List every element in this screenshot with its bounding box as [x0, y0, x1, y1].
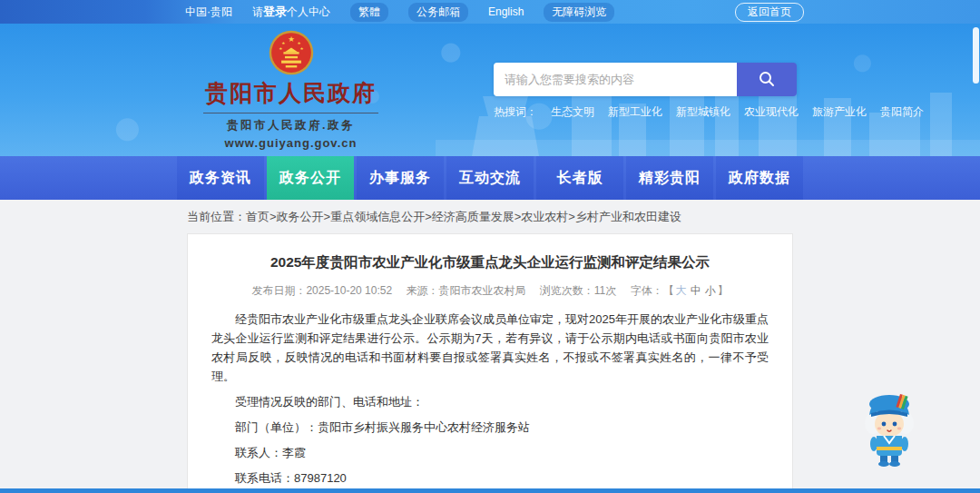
svg-text:★: ★ — [299, 46, 303, 51]
hot-search-link[interactable]: 贵阳简介 — [880, 104, 924, 120]
article-paragraph: 联系人：李霞 — [211, 443, 769, 462]
login-suffix: 个人中心 — [287, 5, 330, 18]
main-content-area: 当前位置：首页>政务公开>重点领域信息公开>经济高质量发展>农业农村>乡村产业和… — [0, 200, 980, 493]
login-bold: 登录 — [263, 5, 287, 18]
hot-search-link[interactable]: 新型工业化 — [608, 104, 662, 120]
search-input[interactable] — [494, 63, 737, 96]
article-paragraph: 受理情况反映的部门、电话和地址： — [211, 392, 769, 411]
site-subtitle: 贵阳市人民政府.政务 — [227, 118, 355, 133]
article-body: 经贵阳市农业产业化市级重点龙头企业联席会议成员单位审定，现对2025年开展的农业… — [211, 310, 769, 493]
nav-item[interactable]: 政务公开 — [267, 156, 354, 200]
scrollbar-thumb[interactable] — [973, 27, 979, 84]
nav-item[interactable]: 办事服务 — [357, 156, 444, 200]
breadcrumb-path[interactable]: 首页>政务公开>重点领域信息公开>经济高质量发展>农业农村>乡村产业和农田建设 — [246, 210, 681, 223]
nav-item[interactable]: 长者版 — [536, 156, 623, 200]
nav-item[interactable]: 精彩贵阳 — [626, 156, 713, 200]
topbar-link-gov-mail[interactable]: 公务邮箱 — [408, 3, 468, 22]
national-emblem-icon: ★ ★ ★ ★ ★ — [269, 30, 314, 75]
topbar: 中国·贵阳 请登录个人中心 繁體 公务邮箱 English 无障碍浏览 返回首页 — [0, 0, 980, 24]
svg-text:★: ★ — [288, 35, 295, 44]
nav-item[interactable]: 政务资讯 — [177, 156, 264, 200]
views-label: 浏览次数： — [540, 284, 594, 297]
return-home-button[interactable]: 返回首页 — [735, 3, 804, 22]
svg-text:★: ★ — [281, 41, 285, 45]
search-button[interactable] — [737, 63, 797, 96]
publish-date: 2025-10-20 10:52 — [306, 284, 392, 297]
hot-search-link[interactable]: 生态文明 — [551, 104, 594, 120]
bottom-blue-strip — [0, 488, 980, 493]
hot-search-link[interactable]: 农业现代化 — [744, 104, 799, 120]
topbar-links: 中国·贵阳 请登录个人中心 繁體 公务邮箱 English 无障碍浏览 — [172, 3, 614, 22]
topbar-link-accessibility[interactable]: 无障碍浏览 — [544, 3, 614, 22]
site-title: 贵阳市人民政府 — [203, 75, 378, 113]
site-url: www.guiyang.gov.cn — [225, 136, 358, 150]
font-size-label: 字体： — [631, 284, 663, 297]
svg-text:★: ★ — [297, 41, 300, 45]
search-area: 热搜词： 生态文明新型工业化新型城镇化农业现代化旅游产业化贵阳简介 — [494, 63, 797, 120]
font-size-medium-button[interactable]: 中 — [691, 284, 701, 297]
article-paragraph: 部门（单位）：贵阳市乡村振兴服务中心农村经济服务站 — [211, 418, 769, 437]
publish-date-label: 发布日期： — [251, 284, 306, 297]
topbar-link-english[interactable]: English — [488, 5, 524, 18]
svg-text:★: ★ — [279, 46, 282, 51]
font-size-large-button[interactable]: 大 — [676, 284, 687, 297]
font-size-small-button[interactable]: 小 — [705, 284, 716, 297]
nav-item[interactable]: 政府数据 — [716, 156, 803, 200]
hot-search-bar: 热搜词： 生态文明新型工业化新型城镇化农业现代化旅游产业化贵阳简介 — [494, 104, 797, 120]
mascot-assistant[interactable] — [860, 390, 918, 467]
nav-item[interactable]: 互动交流 — [446, 156, 534, 200]
hot-search-link[interactable]: 旅游产业化 — [812, 104, 867, 120]
topbar-link-china-guiyang[interactable]: 中国·贵阳 — [185, 5, 232, 20]
article-paragraph: 经贵阳市农业产业化市级重点龙头企业联席会议成员单位审定，现对2025年开展的农业… — [211, 310, 769, 386]
topbar-login-link[interactable]: 请登录个人中心 — [252, 4, 330, 20]
article-title: 2025年度贵阳市农业产业化市级重点龙头企业运行监测和评定结果公示 — [211, 252, 769, 272]
article-paragraph: 联系电话：87987120 — [211, 468, 769, 488]
header-banner: ★ ★ ★ ★ ★ 贵阳市人民政府 贵阳市人民政府.政务 www.guiyang… — [0, 24, 980, 156]
article-meta: 发布日期：2025-10-20 10:52 来源：贵阳市农业农村局 浏览次数：1… — [211, 283, 769, 299]
hot-search-label: 热搜词： — [494, 104, 537, 120]
source-value: 贵阳市农业农村局 — [438, 284, 525, 297]
bracket-close: 】 — [718, 284, 729, 297]
article-card: 2025年度贵阳市农业产业化市级重点龙头企业运行监测和评定结果公示 发布日期：2… — [187, 233, 793, 493]
site-brand: ★ ★ ★ ★ ★ 贵阳市人民政府 贵阳市人民政府.政务 www.guiyang… — [203, 30, 378, 150]
bracket-open: 【 — [663, 284, 674, 297]
search-icon — [757, 69, 777, 89]
main-navbar: 政务资讯政务公开办事服务互动交流长者版精彩贵阳政府数据 — [0, 156, 980, 200]
breadcrumb: 当前位置：首页>政务公开>重点领域信息公开>经济高质量发展>农业农村>乡村产业和… — [172, 200, 808, 233]
breadcrumb-label: 当前位置： — [187, 210, 246, 223]
source-label: 来源： — [406, 284, 438, 297]
login-prefix: 请 — [252, 5, 263, 18]
hot-search-link[interactable]: 新型城镇化 — [676, 104, 730, 120]
topbar-link-traditional[interactable]: 繁體 — [350, 3, 388, 22]
views-value: 11次 — [594, 284, 616, 297]
